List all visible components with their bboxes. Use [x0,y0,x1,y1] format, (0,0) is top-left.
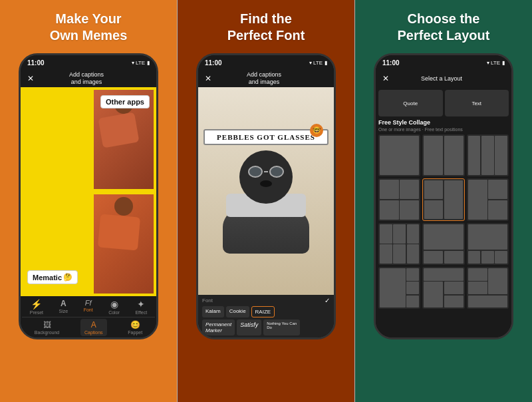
layout-split-v[interactable] [422,134,464,176]
toolbar-effect[interactable]: ✦ Effect [135,299,147,315]
fappet-tab-icon: 😊 [130,320,140,329]
quote-label: Quote [403,100,418,106]
toolbar-icons-row: ⚡ Preset A Size Ff Font ◉ Color ✦ Effe [22,299,155,315]
font-kalam[interactable]: Kalam [202,306,224,317]
panel-2-title: Find thePerfect Font [227,11,305,44]
close-button-3[interactable]: ✕ [382,74,389,83]
meme-emoji-bubble: 🤓 [310,124,323,137]
phone-toolbar-1: ⚡ Preset A Size Ff Font ◉ Color ✦ Effe [21,296,156,337]
toolbar-size[interactable]: A Size [59,299,68,315]
font-label-row: Font ✓ [202,297,330,304]
font-raize[interactable]: RAIZE [251,306,275,317]
color-label: Color [108,310,120,315]
toolbar-color[interactable]: ◉ Color [108,299,120,315]
meme-content: Other apps Mematic 🤔 [21,87,156,296]
status-bar-3: 11:00 ▾ LTE ▮ [376,55,511,70]
toolbar-preset[interactable]: ⚡ Preset [30,299,43,315]
font-label: Font [84,307,93,312]
mematic-emoji: 🤔 [63,273,72,282]
status-time-1: 11:00 [27,59,45,67]
battery-icon-2: ▮ [325,60,327,66]
background-tab-icon: 🖼 [43,320,51,329]
captions-tab-icon: A [91,320,96,329]
font-options-row2: PermanentMarker Satisfy Nothing You CanD… [202,319,330,335]
layout-option-text[interactable]: Text [445,90,509,116]
fappet-tab-label: Fappet [128,330,142,335]
size-icon: A [61,299,66,308]
font-cookie[interactable]: Cookie [226,306,249,317]
font-section-label: Font [202,298,213,303]
layout-option-quote[interactable]: Quote [378,90,443,116]
background-tab-label: Background [35,330,59,335]
nav-bar-2: ✕ Add captionsand images [198,70,334,87]
meme-label-other-apps: Other apps [100,95,150,108]
layout-big-right[interactable] [467,178,509,220]
meme-label-mematic: Mematic 🤔 [27,270,78,284]
layout-top-options: Quote Text [378,90,509,116]
font-permanent-marker[interactable]: PermanentMarker [202,319,235,335]
meme-top-half: Other apps [21,87,156,192]
layout-grid-row3 [378,223,509,265]
wifi-icon-2: ▾ LTE [309,60,323,66]
nav-title-3: Select a Layout [389,75,494,83]
phone-1: 11:00 ▾ LTE ▮ ✕ Add captionsand images [19,53,158,339]
tab-fappet[interactable]: 😊 Fappet [124,319,146,336]
status-icons-1: ▾ LTE ▮ [132,60,150,66]
layout-six[interactable] [378,223,420,265]
effect-icon: ✦ [137,299,145,309]
close-button-2[interactable]: ✕ [205,74,211,83]
status-bar-2: 11:00 ▾ LTE ▮ [198,55,334,70]
panel-choose-layout: Choose thePerfect Layout 11:00 ▾ LTE ▮ ✕… [355,0,532,402]
layout-grid-row2 [378,178,509,220]
preset-icon: ⚡ [31,299,42,309]
meme-bottom-half: Mematic 🤔 [21,192,156,296]
panel-3-title: Choose thePerfect Layout [398,11,490,44]
panel-find-font: Find thePerfect Font 11:00 ▾ LTE ▮ ✕ Add… [178,0,354,402]
meme-font-text: PEBBLES GOT GLASSES [211,133,321,141]
status-time-3: 11:00 [382,59,400,67]
nav-title-2: Add captionsand images [211,71,317,86]
battery-icon: ▮ [147,60,150,66]
layout-big-center[interactable] [422,178,464,220]
panel-make-memes: Make YourOwn Memes 11:00 ▾ LTE ▮ ✕ Add c… [0,0,177,402]
layout-grid-row4 [378,267,509,309]
layout-asymmetric[interactable] [467,223,509,265]
close-button-1[interactable]: ✕ [27,74,34,83]
nav-title-1: Add captionsand images [34,71,139,86]
layout-content: Quote Text Free Style Collage One or mor… [376,87,511,337]
size-label: Size [59,309,68,313]
preset-label: Preset [30,310,43,315]
battery-icon-3: ▮ [502,60,505,66]
phone-3: 11:00 ▾ LTE ▮ ✕ Select a Layout Quote Te… [374,53,513,339]
layout-mosaic-b[interactable] [467,267,509,309]
tab-background[interactable]: 🖼 Background [31,319,63,336]
status-bar-1: 11:00 ▾ LTE ▮ [21,55,156,70]
toolbar-tabs-row: 🖼 Background A Captions 😊 Fappet [22,317,155,336]
status-icons-2: ▾ LTE ▮ [309,60,327,66]
status-time-2: 11:00 [205,59,222,67]
free-style-subtitle: One or more images · Free text positions [378,127,509,132]
font-bottom-bar: Font ✓ Kalam Cookie RAIZE PermanentMarke… [198,295,334,337]
layout-triple[interactable] [467,134,509,176]
effect-label: Effect [135,310,147,315]
layout-grid-row1 [378,134,509,176]
font-options: Kalam Cookie RAIZE [202,306,330,317]
captions-tab-label: Captions [84,330,103,335]
font-icon: Ff [85,299,92,307]
font-meme-content: PEBBLES GOT GLASSES 🤓 [198,87,334,295]
toolbar-font[interactable]: Ff Font [84,299,93,315]
layout-quad[interactable] [378,178,420,220]
layout-top-wide[interactable] [422,223,464,265]
layout-tall-left[interactable] [378,267,420,309]
font-nothing[interactable]: Nothing You CanDo [263,319,300,335]
color-icon: ◉ [110,299,118,309]
layout-mosaic-a[interactable] [422,267,464,309]
tab-captions[interactable]: A Captions [80,319,107,336]
font-satisfy[interactable]: Satisfy [237,319,261,335]
layout-single[interactable] [378,134,420,176]
wifi-icon: ▾ LTE [132,60,145,66]
text-label: Text [471,100,481,106]
free-style-title: Free Style Collage [378,119,509,126]
font-check-icon[interactable]: ✓ [325,297,330,304]
panel-1-title: Make YourOwn Memes [50,11,128,44]
